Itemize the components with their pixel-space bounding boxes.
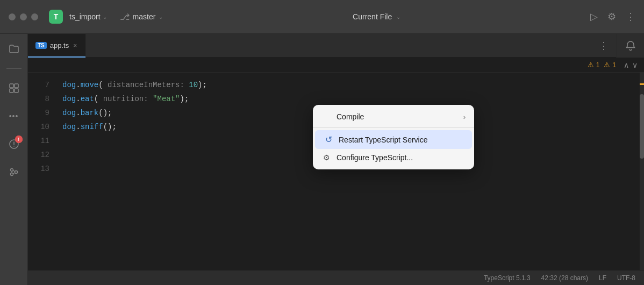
- problems-badge: !: [15, 136, 23, 143]
- status-bar: TypeScript 5.1.3 42:32 (28 chars) LF UTF…: [28, 270, 644, 285]
- compile-arrow-icon: ›: [463, 113, 466, 121]
- status-position[interactable]: 42:32 (28 chars): [541, 274, 588, 282]
- code-line-7: dog.move( distanceInMeters: 10);: [62, 78, 640, 92]
- nav-up-icon[interactable]: ∧: [624, 61, 629, 69]
- menu-divider: [313, 127, 474, 128]
- editor-area: ⚠ 1 ⚠ 1 ∧ ∨ 7 8 9 10 11: [28, 58, 644, 270]
- code-content[interactable]: dog.move( distanceInMeters: 10); dog.eat…: [56, 73, 640, 270]
- titlebar-actions: ▷ ⚙ ⋮: [590, 11, 635, 23]
- project-name-label: ts_import: [69, 12, 101, 21]
- menu-item-restart-ts[interactable]: ↺ Restart TypeScript Service: [315, 130, 472, 149]
- tab-app-ts[interactable]: TS app.ts ×: [28, 34, 86, 58]
- menu-item-configure-ts[interactable]: ⚙ Configure TypeScript...: [313, 149, 474, 166]
- restart-ts-icon: ↺: [324, 134, 333, 145]
- status-encoding[interactable]: UTF-8: [617, 274, 635, 282]
- current-file-chevron-icon: ⌄: [396, 14, 400, 20]
- line-number-11: 11: [40, 134, 49, 148]
- sidebar-icon-more[interactable]: •••: [5, 108, 23, 125]
- warning-icon-1: ⚠: [588, 61, 594, 69]
- line-numbers: 7 8 9 10 11 12 13: [28, 73, 56, 270]
- branch-info-group[interactable]: ⎇ master ⌄: [120, 12, 163, 22]
- svg-point-9: [15, 171, 17, 174]
- line-number-13: 13: [40, 162, 49, 176]
- debug-icon[interactable]: ⚙: [607, 11, 616, 23]
- sidebar-icon-folder[interactable]: [5, 40, 23, 58]
- line-number-7: 7: [45, 78, 49, 92]
- project-chevron-icon: ⌄: [103, 14, 107, 20]
- menu-item-restart-ts-label: Restart TypeScript Service: [339, 136, 463, 144]
- titlebar: T ts_import ⌄ ⎇ master ⌄ Current File ⌄ …: [0, 0, 644, 34]
- current-file-label[interactable]: Current File: [353, 12, 392, 21]
- warning-badge-2: ⚠ 1: [604, 61, 616, 69]
- tab-filename: app.ts: [50, 41, 69, 49]
- line-number-10: 10: [40, 120, 49, 134]
- nav-arrows[interactable]: ∧ ∨: [624, 61, 638, 69]
- titlebar-more-icon[interactable]: ⋮: [626, 11, 635, 23]
- scrollbar-thumb[interactable]: [640, 94, 644, 159]
- branch-chevron-icon: ⌄: [159, 14, 163, 20]
- status-line-ending[interactable]: LF: [599, 274, 606, 282]
- main-area: ••• ! TS app.ts ×: [0, 34, 644, 285]
- run-icon[interactable]: ▷: [590, 11, 598, 23]
- warning-icon-2: ⚠: [604, 61, 610, 69]
- menu-item-compile-label: Compile: [337, 112, 458, 121]
- line-number-8: 8: [45, 92, 49, 106]
- nav-down-icon[interactable]: ∨: [632, 61, 638, 69]
- line-number-12: 12: [40, 148, 49, 162]
- tab-bar-more-icon[interactable]: ⋮: [591, 40, 616, 52]
- sidebar-left: ••• !: [0, 34, 28, 285]
- tab-bar: TS app.ts × ⋮: [28, 34, 616, 58]
- svg-rect-2: [10, 89, 13, 92]
- line-number-9: 9: [45, 106, 49, 120]
- scrollbar[interactable]: [640, 73, 644, 270]
- code-line-8: dog.eat( nutrition: "Meat");: [62, 92, 640, 106]
- notification-bell[interactable]: [616, 34, 644, 58]
- titlebar-center: Current File ⌄: [169, 12, 584, 21]
- svg-point-8: [10, 173, 13, 176]
- warnings-bar: ⚠ 1 ⚠ 1 ∧ ∨: [28, 58, 644, 73]
- tab-close-icon[interactable]: ×: [72, 41, 78, 51]
- warning-count-1: 1: [596, 61, 600, 69]
- traffic-light-close[interactable]: [9, 13, 16, 20]
- traffic-light-maximize[interactable]: [31, 13, 38, 20]
- traffic-lights: [9, 13, 38, 20]
- svg-rect-3: [15, 89, 18, 92]
- context-menu: Compile › ↺ Restart TypeScript Service ⚙…: [313, 105, 474, 169]
- sidebar-icon-problems[interactable]: !: [5, 136, 23, 153]
- menu-item-configure-ts-label: Configure TypeScript...: [337, 153, 466, 162]
- tab-bar-row: TS app.ts × ⋮: [28, 34, 644, 58]
- sidebar-icon-components[interactable]: [5, 80, 23, 97]
- branch-icon: ⎇: [120, 12, 130, 22]
- warning-count-2: 1: [612, 61, 616, 69]
- menu-item-compile[interactable]: Compile ›: [313, 108, 474, 125]
- status-typescript-version[interactable]: TypeScript 5.1.3: [484, 274, 531, 282]
- code-area: 7 8 9 10 11 12 13 dog.move( distanceInMe…: [28, 73, 644, 270]
- svg-point-6: [13, 146, 15, 147]
- editor-column: TS app.ts × ⋮ ⚠ 1: [28, 34, 644, 285]
- warning-badge-1: ⚠ 1: [588, 61, 600, 69]
- svg-rect-1: [15, 84, 18, 88]
- configure-ts-icon: ⚙: [321, 153, 331, 162]
- project-badge: T: [49, 10, 63, 24]
- tab-ts-badge: TS: [35, 42, 47, 49]
- branch-name-label: master: [133, 12, 156, 21]
- svg-point-7: [10, 169, 13, 172]
- sidebar-icon-vcs[interactable]: [5, 163, 23, 181]
- project-name-group[interactable]: ts_import ⌄: [69, 12, 107, 21]
- svg-rect-0: [10, 84, 13, 88]
- scrollbar-warning-mark: [640, 83, 644, 85]
- traffic-light-minimize[interactable]: [20, 13, 27, 20]
